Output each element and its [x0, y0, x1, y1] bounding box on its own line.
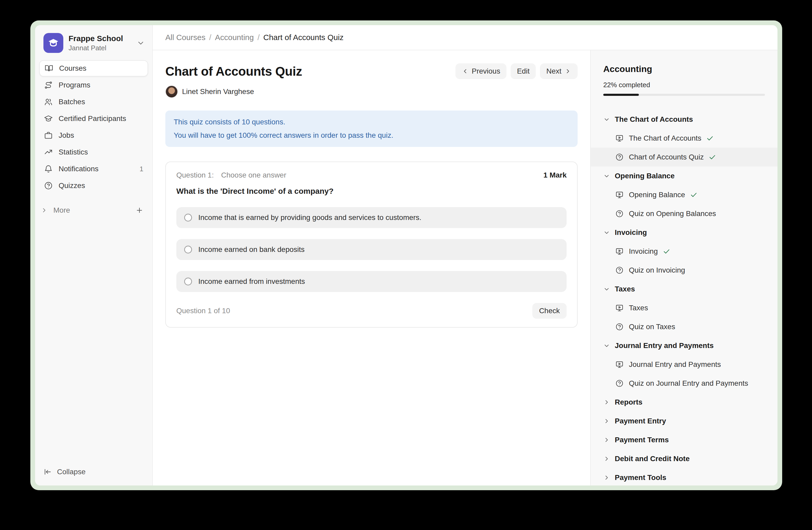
- chevron-right-icon: [603, 455, 610, 462]
- outline-lesson-chart-of-accounts-quiz[interactable]: Chart of Accounts Quiz: [591, 148, 778, 167]
- sidebar-item-label: Quizzes: [59, 181, 85, 190]
- course-progress-label: 22% completed: [603, 81, 765, 89]
- sidebar-item-batches[interactable]: Batches: [39, 94, 148, 110]
- answer-option[interactable]: Income that is earned by providing goods…: [176, 207, 567, 228]
- chevron-left-icon: [462, 68, 468, 75]
- outline-lesson-quiz-on-opening-balances[interactable]: Quiz on Opening Balances: [591, 204, 778, 223]
- chevron-down-icon: [603, 342, 610, 349]
- breadcrumb-accounting[interactable]: Accounting: [215, 33, 254, 42]
- content-row: Chart of Accounts Quiz Previous Edit: [153, 50, 778, 486]
- chevron-down-icon: [603, 229, 610, 236]
- quiz-icon: [615, 153, 624, 161]
- lesson-title: The Chart of Accounts: [629, 134, 701, 142]
- breadcrumb-current: Chart of Accounts Quiz: [263, 33, 344, 42]
- outline-chapter-invoicing[interactable]: Invoicing: [591, 223, 778, 242]
- chapter-title: Reports: [615, 398, 642, 406]
- option-radio[interactable]: [184, 246, 192, 253]
- video-lesson-icon: [615, 247, 624, 255]
- question-marks: 1 Mark: [543, 171, 567, 179]
- lesson-title: Invoicing: [629, 247, 658, 255]
- answer-option[interactable]: Income earned on bank deposits: [176, 239, 567, 260]
- outline-lesson-invoicing[interactable]: Invoicing: [591, 242, 778, 261]
- course-progress-bar: [603, 94, 765, 96]
- lesson-title: Quiz on Opening Balances: [629, 209, 716, 218]
- outline-lesson-quiz-on-invoicing[interactable]: Quiz on Invoicing: [591, 261, 778, 280]
- check-answer-button[interactable]: Check: [532, 303, 567, 319]
- lesson-title: Opening Balance: [629, 191, 685, 199]
- lesson-title: Quiz on Taxes: [629, 323, 675, 331]
- chapter-title: Debit and Credit Note: [615, 455, 690, 463]
- outline-chapter-payment-entry[interactable]: Payment Entry: [591, 412, 778, 431]
- sidebar-item-label: Statistics: [59, 148, 88, 156]
- outline-chapter-payment-terms[interactable]: Payment Terms: [591, 431, 778, 449]
- outline-chapter-payment-tools[interactable]: Payment Tools: [591, 468, 778, 486]
- chevron-right-icon: [565, 68, 571, 75]
- sidebar-item-label: Notifications: [59, 165, 99, 173]
- workspace-user: Jannat Patel: [69, 43, 131, 52]
- lesson-title: Taxes: [629, 304, 648, 312]
- lesson-nav-buttons: Previous Edit Next: [455, 64, 578, 79]
- completed-check-icon: [708, 153, 716, 161]
- video-lesson-icon: [615, 134, 624, 142]
- bell-icon: [44, 165, 53, 173]
- outline-lesson-opening-balance[interactable]: Opening Balance: [591, 185, 778, 204]
- outline-lesson-taxes[interactable]: Taxes: [591, 298, 778, 317]
- outline-chapter-debit-and-credit-note[interactable]: Debit and Credit Note: [591, 449, 778, 468]
- outline-chapter-opening-balance[interactable]: Opening Balance: [591, 167, 778, 185]
- option-radio[interactable]: [184, 278, 192, 285]
- outline-lesson-journal-entry-and-payments[interactable]: Journal Entry and Payments: [591, 355, 778, 374]
- chevron-down-icon[interactable]: [136, 39, 145, 47]
- outline-lesson-quiz-on-journal-entry-and-payments[interactable]: Quiz on Journal Entry and Payments: [591, 374, 778, 393]
- frappe-school-app: Frappe School Jannat Patel CoursesProgra…: [35, 25, 778, 486]
- video-lesson-icon: [615, 360, 624, 369]
- lesson-content: Chart of Accounts Quiz Previous Edit: [153, 50, 590, 486]
- sidebar-item-more[interactable]: More: [35, 202, 152, 219]
- outline-chapter-journal-entry-and-payments[interactable]: Journal Entry and Payments: [591, 336, 778, 355]
- outline-lesson-the-chart-of-accounts[interactable]: The Chart of Accounts: [591, 129, 778, 148]
- next-button[interactable]: Next: [540, 64, 578, 79]
- plus-icon[interactable]: [135, 206, 143, 214]
- chevron-right-icon: [603, 399, 610, 406]
- quiz-instructions-banner: This quiz consists of 10 questions. You …: [165, 111, 578, 147]
- chapter-title: Journal Entry and Payments: [615, 341, 714, 350]
- sidebar-item-notifications[interactable]: Notifications1: [39, 161, 148, 177]
- route-icon: [44, 81, 53, 89]
- outline-lesson-quiz-on-taxes[interactable]: Quiz on Taxes: [591, 317, 778, 336]
- outline-chapter-the-chart-of-accounts[interactable]: The Chart of Accounts: [591, 110, 778, 129]
- briefcase-icon: [44, 131, 53, 140]
- quiz-icon: [615, 209, 624, 218]
- chapter-title: Taxes: [615, 285, 635, 293]
- chevron-right-icon: [41, 207, 48, 214]
- option-radio[interactable]: [184, 214, 192, 222]
- edit-button[interactable]: Edit: [511, 64, 536, 79]
- sidebar-item-jobs[interactable]: Jobs: [39, 127, 148, 143]
- sidebar-item-quizzes[interactable]: Quizzes: [39, 178, 148, 194]
- workspace-title: Frappe School: [69, 33, 131, 43]
- quiz-icon: [615, 266, 624, 275]
- chevron-right-icon: [603, 418, 610, 424]
- breadcrumb-separator: /: [257, 33, 260, 42]
- sidebar-item-statistics[interactable]: Statistics: [39, 144, 148, 160]
- book-open-icon: [44, 64, 53, 73]
- sidebar-item-label: Batches: [59, 98, 85, 106]
- lesson-title: Quiz on Journal Entry and Payments: [629, 379, 748, 388]
- collapse-arrow-icon: [43, 468, 52, 476]
- sidebar-item-courses[interactable]: Courses: [39, 60, 148, 76]
- sidebar-item-certified-participants[interactable]: Certified Participants: [39, 111, 148, 127]
- completed-check-icon: [690, 191, 698, 199]
- workspace-selector[interactable]: Frappe School Jannat Patel: [35, 25, 152, 59]
- breadcrumb-all-courses[interactable]: All Courses: [165, 33, 205, 42]
- sidebar-item-programs[interactable]: Programs: [39, 77, 148, 93]
- outline-chapter-taxes[interactable]: Taxes: [591, 280, 778, 298]
- author-avatar: [165, 85, 178, 98]
- previous-button[interactable]: Previous: [455, 64, 506, 79]
- question-card: Question 1: Choose one answer 1 Mark Wha…: [165, 162, 578, 327]
- video-lesson-icon: [615, 304, 624, 312]
- main-column: All Courses / Accounting / Chart of Acco…: [153, 25, 778, 486]
- video-lesson-icon: [615, 191, 624, 199]
- chevron-right-icon: [603, 436, 610, 443]
- answer-option[interactable]: Income earned from investments: [176, 271, 567, 292]
- question-number: Question 1:: [176, 171, 214, 179]
- collapse-sidebar-button[interactable]: Collapse: [35, 460, 152, 486]
- outline-chapter-reports[interactable]: Reports: [591, 393, 778, 412]
